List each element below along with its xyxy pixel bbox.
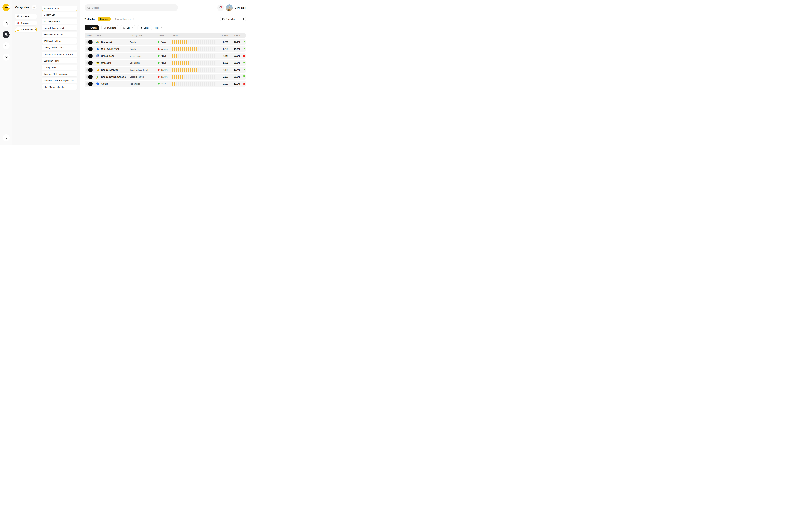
bar-segment	[186, 68, 187, 72]
user-name: John Doe	[235, 6, 246, 9]
property-item[interactable]: 3BR Modern Home	[41, 38, 77, 43]
property-label: Minimalist Studio	[43, 7, 60, 10]
bar-segment	[188, 82, 189, 86]
search-input[interactable]	[92, 6, 175, 9]
caret-down-icon	[161, 27, 162, 28]
bar-segment	[198, 40, 199, 44]
bar-segment	[176, 68, 177, 72]
property-item[interactable]: Suburban Home	[41, 58, 77, 63]
caret-down-icon	[131, 27, 133, 28]
status-label: Inactive	[161, 76, 168, 78]
category-item-properties[interactable]: Properties	[15, 14, 37, 19]
bar-segment	[212, 68, 213, 72]
property-item[interactable]: Dedicated Development Team	[41, 52, 77, 57]
bar-segment	[192, 61, 193, 65]
bar-segment	[200, 54, 201, 58]
dublicate-button[interactable]: Dublicate	[102, 25, 118, 30]
status-label: Active	[161, 55, 166, 57]
meta-icon: Meta	[96, 47, 99, 51]
rail-button-settings-gear[interactable]	[3, 54, 10, 61]
tool-name: Google Ads	[101, 41, 113, 43]
status-label: Active	[161, 83, 166, 85]
pill-keyword-positions[interactable]: Keyword Positions	[112, 17, 134, 21]
bar-segment	[200, 47, 201, 51]
more-button[interactable]: More	[154, 25, 163, 30]
period-dropdown[interactable]: 6 months	[220, 17, 239, 21]
off-on-toggle[interactable]	[86, 54, 93, 58]
search-bar[interactable]	[85, 4, 178, 11]
plus-icon	[87, 26, 89, 29]
bar-segment	[192, 40, 193, 44]
bar-segment	[186, 82, 187, 86]
bar-segment	[178, 61, 179, 65]
categories-title: Categories	[15, 6, 29, 9]
status-dot	[158, 69, 160, 71]
col-result: Result	[217, 34, 228, 37]
result-percent: 19.3%	[228, 82, 240, 85]
table-row[interactable]: aAhrefs Top entities Active 0.567 19.3%	[85, 81, 246, 87]
category-item-performance[interactable]: Performance	[15, 27, 37, 32]
bar-segment	[200, 75, 201, 79]
category-item-sources[interactable]: Sources	[15, 20, 37, 25]
off-on-toggle[interactable]	[86, 47, 93, 51]
bar-segment	[208, 75, 209, 79]
bar-segment	[196, 68, 197, 72]
bar-segment	[214, 61, 215, 65]
result-percent: 32.0%	[228, 62, 240, 64]
rail-button-sparkles[interactable]	[3, 42, 10, 49]
bar-segment	[172, 47, 173, 51]
table-row[interactable]: Google Analytics Direct traffic/referral…	[85, 67, 246, 73]
off-on-toggle[interactable]	[86, 40, 93, 44]
table-row[interactable]: Google Ads Reach Active 1.280 35.0%	[85, 39, 246, 45]
result-percent: 35.0%	[228, 41, 240, 43]
tracking-data: Organic search	[128, 76, 157, 78]
rail-button-home[interactable]	[3, 20, 10, 27]
bar-segment	[214, 75, 215, 79]
col-status: Status	[157, 34, 170, 37]
off-on-toggle[interactable]	[86, 75, 93, 79]
property-item[interactable]: Designer 3BR Residence	[41, 71, 77, 76]
create-button[interactable]: Create	[85, 25, 99, 30]
property-item[interactable]: Luxury Condo	[41, 65, 77, 70]
table-row[interactable]: Google Search Console Organic search Ina…	[85, 74, 246, 80]
bar-segment	[212, 40, 213, 44]
result-value: 2.180	[217, 76, 228, 78]
logout-button[interactable]	[3, 134, 10, 141]
status-bar-meter	[170, 61, 217, 65]
main-content: John Doe Traffic by Sources Keyword Posi…	[80, 0, 247, 145]
property-item[interactable]: Urban Efficiency Unit	[41, 25, 77, 31]
bar-segment	[172, 61, 173, 65]
property-item[interactable]: Penthouse with Rooftop Access	[41, 78, 77, 83]
off-on-toggle[interactable]	[86, 82, 93, 86]
delete-button[interactable]: Delete	[138, 25, 152, 30]
ahrefs-icon: a	[96, 82, 99, 86]
property-item[interactable]: Modern Loft	[41, 12, 77, 17]
pill-sources[interactable]: Sources	[97, 17, 110, 21]
property-item[interactable]: Micro-Apartment	[41, 19, 77, 24]
edit-button[interactable]: Edit	[121, 25, 135, 30]
google-analytics-icon	[96, 68, 99, 72]
bar-segment	[196, 47, 197, 51]
status-label: Inactive	[161, 48, 168, 50]
bar-segment	[176, 54, 177, 58]
add-category-button[interactable]: +	[32, 5, 37, 10]
off-on-toggle[interactable]	[86, 68, 93, 72]
property-item[interactable]: Minimalist Studio	[41, 6, 77, 11]
bar-segment	[188, 40, 189, 44]
property-item[interactable]: Family House – 4BR	[41, 45, 77, 50]
off-on-toggle[interactable]	[86, 61, 93, 65]
bar-segment	[204, 68, 205, 72]
table-row[interactable]: inLinkedIn Ads Impressions Active 0.340 …	[85, 53, 246, 59]
filter-settings-button[interactable]	[241, 17, 246, 21]
notifications-button[interactable]	[217, 4, 224, 11]
bar-segment	[208, 54, 209, 58]
table-row[interactable]: Mailchimp Open Rate Active 1.001 32.0%	[85, 60, 246, 66]
rail-button-apps-grid[interactable]	[3, 31, 10, 38]
properties-panel: Minimalist Studio Modern Loft Micro-Apar…	[39, 0, 80, 145]
property-item[interactable]: Ultra-Modern Mansion	[41, 84, 77, 90]
table-row[interactable]: MetaMeta Ads [FB/IG] Reach Inactive 1.27…	[85, 46, 246, 52]
user-avatar[interactable]	[226, 4, 233, 11]
arrow-right-icon	[34, 29, 36, 31]
bar-segment	[180, 68, 181, 72]
property-item[interactable]: 2BR Investment Unit	[41, 32, 77, 37]
